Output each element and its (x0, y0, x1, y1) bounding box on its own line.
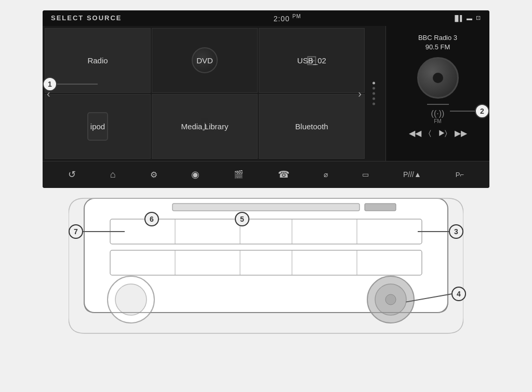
infotainment-screen: SELECT SOURCE 2:00 PM ▐▌▌ ▬ ⊡ ‹ Radio (43, 10, 489, 188)
console-section: 3 4 7 (69, 188, 463, 354)
source-label-media: Media Library (181, 122, 229, 131)
source-label-bluetooth: Bluetooth (295, 122, 328, 131)
svg-rect-8 (110, 250, 422, 275)
toolbar-camera-button[interactable]: ▭ (358, 168, 373, 181)
prev-button[interactable]: ◀◀ (409, 128, 421, 138)
eq-line (427, 104, 449, 105)
source-item-media-library[interactable]: ♪ Media Library (152, 94, 258, 159)
next-button[interactable]: ▶▶ (455, 128, 467, 138)
page-dot-4 (373, 97, 375, 100)
screen-toolbar: ↺ ⌂ ⚙ ◉ 🎬 ☎ ⌀ ▭ P///▲ P⌐ (43, 161, 489, 188)
source-item-radio[interactable]: Radio (45, 28, 151, 93)
callout-6: 6 (144, 212, 159, 226)
source-label-radio: Radio (87, 56, 108, 65)
fm-signal-icon: ((·)) (431, 109, 445, 118)
station-frequency: 90.5 FM (418, 43, 457, 52)
source-grid-area: ‹ Radio DVD ⊞ USB_02 (43, 26, 385, 161)
callout-7-line (83, 231, 125, 232)
callout-1: 1 (43, 77, 57, 91)
source-label-dvd: DVD (196, 56, 213, 65)
svg-point-14 (115, 284, 147, 315)
source-item-dvd[interactable]: DVD (152, 28, 258, 93)
callout-2-line (450, 111, 476, 112)
screen-title: SELECT SOURCE (51, 14, 122, 22)
source-grid: Radio DVD ⊞ USB_02 ipod (43, 26, 385, 161)
toolbar-back-button[interactable]: ↺ (64, 167, 80, 182)
source-item-ipod[interactable]: ipod (45, 94, 151, 159)
callout-2: 2 (475, 104, 489, 118)
toolbar-extra-button[interactable]: P⌐ (451, 169, 468, 181)
svg-rect-2 (365, 204, 396, 211)
now-playing-panel: BBC Radio 3 90.5 FM ((·)) FM ◀◀ 〈 ▶〉 ▶▶ (385, 26, 489, 161)
toolbar-settings-button[interactable]: ⚙ (146, 168, 162, 182)
toolbar-climate-button[interactable]: ⌀ (320, 168, 332, 181)
source-item-usb[interactable]: ⊞ USB_02 (259, 28, 365, 93)
fm-badge: ((·)) FM (431, 109, 445, 124)
callout-7: 7 (69, 224, 83, 239)
page-dot-2 (373, 87, 375, 89)
clock: 2:00 PM (273, 13, 301, 23)
screen-main: ‹ Radio DVD ⊞ USB_02 (43, 26, 489, 161)
screen-header: SELECT SOURCE 2:00 PM ▐▌▌ ▬ ⊡ (43, 10, 489, 26)
toolbar-parking-button[interactable]: P///▲ (399, 168, 425, 181)
page-dot-3 (373, 92, 375, 94)
svg-rect-1 (172, 204, 360, 211)
status-icons: ▐▌▌ ▬ ⊡ (453, 15, 481, 21)
fm-label: FM (434, 118, 441, 124)
signal-icon: ▐▌▌ (453, 15, 463, 21)
toolbar-phone-button[interactable]: ☎ (274, 167, 294, 182)
album-art (417, 57, 459, 99)
toolbar-media-button[interactable]: 🎬 (230, 168, 248, 181)
source-item-bluetooth[interactable]: Bluetooth (259, 94, 365, 159)
toolbar-home-button[interactable]: ⌂ (106, 167, 120, 182)
page-dot-1 (373, 82, 375, 84)
transport-controls: ◀◀ 〈 ▶〉 ▶▶ (409, 128, 467, 138)
source-label-ipod: ipod (90, 122, 105, 131)
battery-icon: ▬ (467, 15, 473, 21)
toolbar-nav-button[interactable]: ◉ (187, 167, 204, 182)
callout-5: 5 (235, 212, 249, 226)
callout-3-line (418, 231, 449, 232)
page-dots (373, 82, 375, 105)
nav-right-arrow[interactable]: › (358, 87, 362, 99)
page-dot-5 (373, 102, 375, 105)
station-name: BBC Radio 3 (418, 33, 457, 43)
station-info: BBC Radio 3 90.5 FM (418, 33, 457, 52)
volume-button[interactable]: 〈 ▶〉 (429, 129, 447, 138)
callout-3: 3 (449, 224, 463, 239)
svg-point-17 (385, 294, 396, 305)
album-art-center (433, 73, 443, 83)
source-label-usb: USB_02 (297, 56, 326, 65)
console-svg (69, 188, 463, 354)
callout-4: 4 (451, 287, 466, 301)
wifi-icon: ⊡ (476, 15, 481, 21)
callout-1-line (56, 84, 98, 85)
